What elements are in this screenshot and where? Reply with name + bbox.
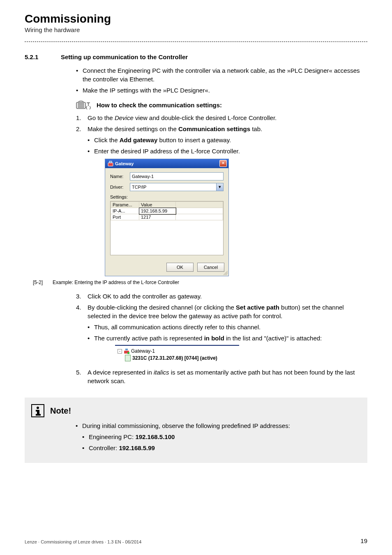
step-text-5: A device represented in italics is set a…	[88, 368, 367, 385]
tree-device-label[interactable]: 3231C (172.31.207.68) [0744] (active)	[132, 355, 217, 361]
info-icon	[31, 404, 44, 417]
settings-row-ip-value[interactable]: 192.168.5.99	[139, 208, 176, 214]
intro-bullet-1: Connect the Engineering PC with the cont…	[76, 66, 367, 83]
svg-rect-7	[109, 161, 112, 163]
note-title: Note!	[50, 406, 71, 416]
svg-rect-9	[125, 349, 128, 350]
settings-table-header-param: Parame...	[111, 202, 139, 208]
dialog-settings-label: Settings:	[110, 194, 224, 199]
gateway-dialog: Gateway × Name: Gateway-1 Driver: TCP/IP…	[105, 159, 229, 276]
device-tree-snippet: - Gateway-1 3231C (172.31.207.68) [0744]…	[115, 345, 239, 364]
dialog-driver-label: Driver:	[110, 185, 130, 190]
note-line-1: During initial commissioning, observe th…	[76, 421, 361, 430]
step-text-4: By double-clicking the desired channel (…	[88, 303, 367, 320]
svg-rect-15	[36, 414, 41, 416]
gateway-node-icon	[124, 348, 129, 354]
dialog-title-text: Gateway	[115, 161, 134, 166]
dialog-cancel-button[interactable]: Cancel	[197, 263, 224, 272]
dialog-name-input[interactable]: Gateway-1	[130, 172, 224, 180]
tree-gateway-label[interactable]: Gateway-1	[131, 347, 155, 355]
device-node-icon	[125, 355, 131, 361]
footer-text: Lenze · Commissioning of Lenze drives · …	[25, 539, 141, 544]
dialog-name-label: Name:	[110, 174, 130, 179]
page-subtitle: Wiring the hardware	[25, 26, 367, 33]
intro-bullet-2: Make the IP settings with the »PLC Desig…	[76, 86, 367, 95]
chevron-down-icon[interactable]: ▾	[217, 183, 224, 191]
page-title: Commissioning	[25, 12, 367, 25]
settings-row-port-value[interactable]: 1217	[139, 214, 176, 220]
howto-row: How to check the communication settings:	[76, 100, 367, 109]
step-number-2: 2.	[76, 125, 88, 133]
step-number-1: 1.	[76, 113, 88, 122]
step2-sub-1: Click the Add gateway button to insert a…	[88, 136, 367, 144]
section-heading: Setting up communication to the Controll…	[61, 53, 188, 60]
step4-sub-2: The currently active path is represented…	[88, 334, 367, 342]
note-box: Note! During initial commissioning, obse…	[25, 398, 367, 463]
step-text-1: Go to the Device view and double-click t…	[88, 113, 277, 122]
settings-table-header-value: Value	[139, 202, 176, 208]
step-number-4: 4.	[76, 303, 88, 320]
dialog-driver-select[interactable]: TCP/IP	[130, 183, 217, 191]
step4-sub-1: Thus, all communication actions directly…	[88, 323, 367, 331]
step-number-3: 3.	[76, 292, 88, 301]
separator-dashed	[25, 42, 367, 42]
dialog-close-button[interactable]: ×	[219, 160, 227, 167]
step-text-3: Click OK to add the controller as gatewa…	[88, 292, 202, 301]
figure-number: [5-2]	[33, 280, 53, 285]
page-number: 19	[360, 537, 367, 544]
figure-caption-text: Example: Entering the IP address of the …	[53, 280, 179, 285]
guide-icon	[76, 100, 92, 109]
tree-collapse-icon[interactable]: -	[118, 349, 122, 354]
settings-row-ip-label: IP-A...	[111, 208, 139, 214]
svg-rect-6	[108, 163, 113, 166]
step-number-5: 5.	[76, 368, 88, 385]
section-number: 5.2.1	[25, 53, 61, 60]
note-line-2: Engineering PC: 192.168.5.100	[82, 432, 361, 441]
svg-rect-0	[76, 102, 85, 109]
dialog-title-icon	[108, 161, 113, 166]
howto-heading: How to check the communication settings:	[97, 102, 222, 109]
svg-point-12	[37, 407, 39, 409]
note-line-3: Controller: 192.168.5.99	[82, 444, 361, 452]
step-text-2: Make the desired settings on the Communi…	[88, 125, 262, 133]
dialog-settings-table: Parame... Value IP-A... 192.168.5.99 Por…	[110, 201, 224, 255]
step2-sub-2: Enter the desired IP address of the L-fo…	[88, 147, 367, 155]
dialog-ok-button[interactable]: OK	[166, 263, 194, 272]
settings-row-port-label: Port	[111, 214, 139, 220]
